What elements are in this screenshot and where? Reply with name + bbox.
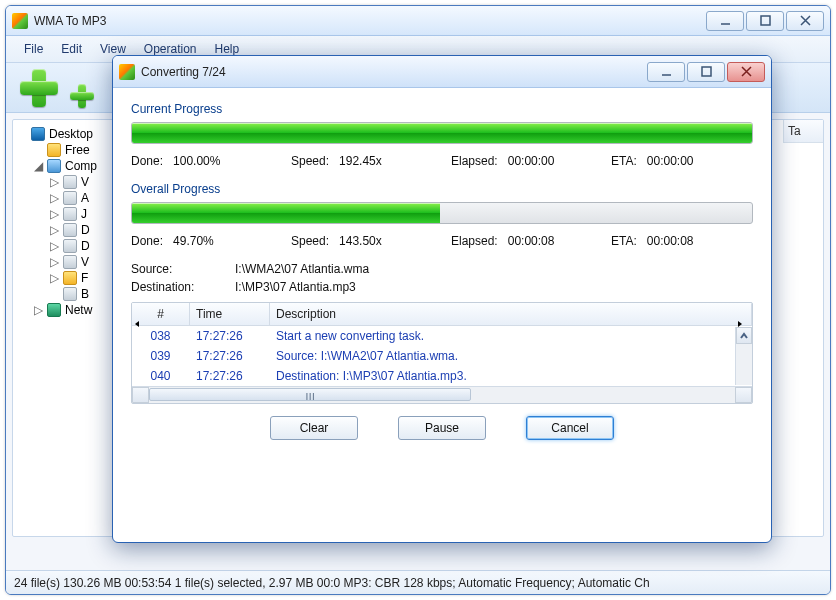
- current-progress-fill: [132, 123, 752, 143]
- log-header-description[interactable]: Description: [270, 303, 752, 325]
- menu-edit[interactable]: Edit: [53, 40, 90, 58]
- source-row: Source: I:\WMA2\07 Atlantia.wma: [131, 262, 753, 276]
- overall-progress-fill: [132, 203, 440, 223]
- svg-rect-1: [702, 67, 711, 76]
- drive-icon: [63, 191, 77, 205]
- maximize-button[interactable]: [746, 11, 784, 31]
- tree-toggle-icon[interactable]: ◢: [33, 159, 43, 173]
- dialog-minimize-button[interactable]: [647, 62, 685, 82]
- scroll-left-icon[interactable]: [132, 387, 149, 403]
- minimize-icon: [720, 15, 731, 26]
- source-label: Source:: [131, 262, 211, 276]
- dialog-titlebar: Converting 7/24: [113, 56, 771, 88]
- drive-icon: [63, 287, 77, 301]
- close-icon: [741, 66, 752, 77]
- pause-button[interactable]: Pause: [398, 416, 486, 440]
- overall-progress-stats: Done:49.70% Speed:143.50x Elapsed:00:00:…: [131, 234, 753, 248]
- log-panel: # Time Description 03817:27:26Start a ne…: [131, 302, 753, 404]
- log-cell-n: 040: [132, 366, 190, 386]
- log-header-row: # Time Description: [132, 303, 752, 326]
- overall-progress-bar: [131, 202, 753, 224]
- speed-label: Speed:: [291, 154, 329, 168]
- tree-node-label: F: [81, 271, 88, 285]
- maximize-icon: [760, 15, 771, 26]
- destination-label: Destination:: [131, 280, 211, 294]
- folder-icon: [63, 271, 77, 285]
- log-cell-n: 039: [132, 346, 190, 366]
- minimize-button[interactable]: [706, 11, 744, 31]
- eta-label: ETA:: [611, 234, 637, 248]
- scroll-right-icon[interactable]: [735, 387, 752, 403]
- tree-node-label: B: [81, 287, 89, 301]
- desktop-icon: [31, 127, 45, 141]
- tree-node-label: V: [81, 255, 89, 269]
- svg-rect-0: [761, 16, 770, 25]
- scroll-thumb[interactable]: ııı: [149, 388, 471, 401]
- dialog-title: Converting 7/24: [141, 65, 647, 79]
- current-progress-heading: Current Progress: [131, 102, 753, 116]
- tree-node-label: D: [81, 223, 90, 237]
- minimize-icon: [661, 66, 672, 77]
- drive-icon: [63, 239, 77, 253]
- log-cell-d: Source: I:\WMA2\07 Atlantia.wma.: [270, 346, 752, 366]
- speed-value: 192.45x: [339, 154, 382, 168]
- clear-button[interactable]: Clear: [270, 416, 358, 440]
- tree-toggle-icon[interactable]: ▷: [49, 207, 59, 221]
- scroll-up-icon[interactable]: [736, 327, 752, 344]
- tree-toggle-icon[interactable]: ▷: [49, 239, 59, 253]
- log-row[interactable]: 03917:27:26Source: I:\WMA2\07 Atlantia.w…: [132, 346, 752, 366]
- log-cell-d: Destination: I:\MP3\07 Atlantia.mp3.: [270, 366, 752, 386]
- tree-toggle-icon[interactable]: ▷: [49, 271, 59, 285]
- tree-toggle-icon[interactable]: ▷: [49, 223, 59, 237]
- main-titlebar: WMA To MP3: [6, 6, 830, 36]
- dialog-app-icon: [119, 64, 135, 80]
- menu-file[interactable]: File: [16, 40, 51, 58]
- destination-row: Destination: I:\MP3\07 Atlantia.mp3: [131, 280, 753, 294]
- converting-dialog: Converting 7/24 Current Progress Done:10…: [112, 55, 772, 543]
- column-header-tags[interactable]: Ta: [783, 120, 823, 143]
- dialog-maximize-button[interactable]: [687, 62, 725, 82]
- main-title: WMA To MP3: [34, 14, 706, 28]
- log-vertical-scrollbar[interactable]: [735, 327, 752, 385]
- scroll-track[interactable]: ııı: [149, 387, 735, 403]
- current-progress-stats: Done:100.00% Speed:192.45x Elapsed:00:00…: [131, 154, 753, 168]
- log-row[interactable]: 03817:27:26Start a new converting task.: [132, 326, 752, 346]
- tree-toggle-icon[interactable]: ▷: [49, 175, 59, 189]
- log-row[interactable]: 04017:27:26Destination: I:\MP3\07 Atlant…: [132, 366, 752, 386]
- computer-icon: [47, 159, 61, 173]
- dialog-close-button[interactable]: [727, 62, 765, 82]
- log-header-time[interactable]: Time: [190, 303, 270, 325]
- done-label: Done:: [131, 234, 163, 248]
- tree-toggle-icon[interactable]: ▷: [49, 255, 59, 269]
- dialog-body: Current Progress Done:100.00% Speed:192.…: [113, 88, 771, 448]
- tree-node-label: Desktop: [49, 127, 93, 141]
- destination-value: I:\MP3\07 Atlantia.mp3: [235, 280, 356, 294]
- tree-toggle-icon[interactable]: ▷: [49, 191, 59, 205]
- close-button[interactable]: [786, 11, 824, 31]
- add-folder-button[interactable]: [70, 84, 94, 108]
- app-icon: [12, 13, 28, 29]
- add-file-button[interactable]: [18, 67, 60, 109]
- log-horizontal-scrollbar[interactable]: ııı: [132, 386, 752, 403]
- overall-progress-heading: Overall Progress: [131, 182, 753, 196]
- tree-node-label: Comp: [65, 159, 97, 173]
- dialog-button-row: Clear Pause Cancel: [131, 416, 753, 440]
- done-label: Done:: [131, 154, 163, 168]
- elapsed-label: Elapsed:: [451, 234, 498, 248]
- cancel-button[interactable]: Cancel: [526, 416, 614, 440]
- tree-node-label: Free: [65, 143, 90, 157]
- elapsed-value: 00:00:00: [508, 154, 555, 168]
- drive-icon: [63, 207, 77, 221]
- tree-node-label: A: [81, 191, 89, 205]
- elapsed-label: Elapsed:: [451, 154, 498, 168]
- elapsed-value: 00:00:08: [508, 234, 555, 248]
- eta-value: 00:00:00: [647, 154, 694, 168]
- tree-toggle-icon[interactable]: ▷: [33, 303, 43, 317]
- log-cell-t: 17:27:26: [190, 346, 270, 366]
- log-cell-t: 17:27:26: [190, 366, 270, 386]
- status-bar: 24 file(s) 130.26 MB 00:53:54 1 file(s) …: [6, 570, 830, 594]
- network-icon: [47, 303, 61, 317]
- drive-icon: [63, 175, 77, 189]
- drive-icon: [63, 223, 77, 237]
- main-window-controls: [706, 11, 824, 31]
